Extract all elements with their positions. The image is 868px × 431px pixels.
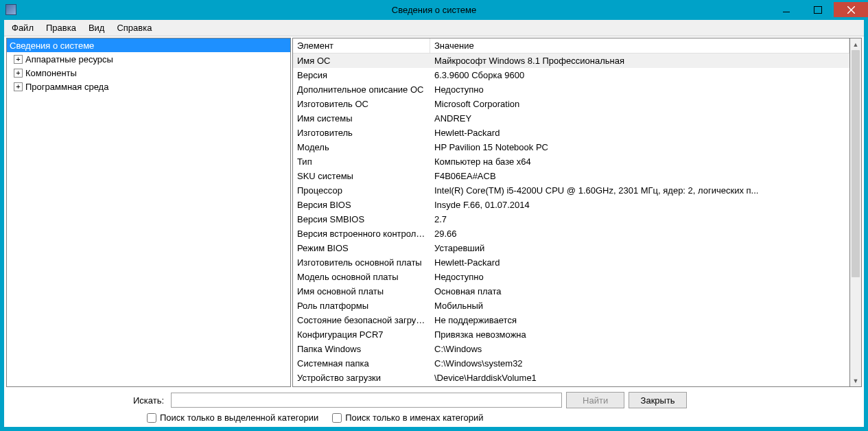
checkbox-input[interactable] bbox=[147, 413, 156, 423]
cell-value: Привязка невозможна bbox=[430, 329, 849, 340]
expand-icon[interactable]: + bbox=[14, 55, 23, 64]
cell-element: Версия встроенного контролл... bbox=[293, 229, 430, 239]
list-row[interactable]: Изготовитель ОСMicrosoft Corporation bbox=[293, 97, 849, 111]
list-row[interactable]: Имя ОСМайкрософт Windows 8.1 Профессиона… bbox=[293, 54, 849, 68]
scroll-down-icon[interactable]: ▼ bbox=[850, 375, 861, 386]
tree-item-hardware[interactable]: + Аппаратные ресурсы bbox=[7, 52, 290, 66]
cell-value: Не поддерживается bbox=[430, 315, 849, 325]
maximize-button[interactable] bbox=[802, 2, 834, 17]
list-row[interactable]: Папка WindowsC:\Windows bbox=[293, 342, 849, 356]
cell-element: Модель bbox=[293, 142, 430, 152]
list-row[interactable]: МодельHP Pavilion 15 Notebook PC bbox=[293, 140, 849, 154]
list-row[interactable]: ИзготовительHewlett-Packard bbox=[293, 126, 849, 140]
cell-element: Устройство загрузки bbox=[293, 373, 430, 383]
list-row[interactable]: Дополнительное описание ОСНедоступно bbox=[293, 82, 849, 97]
cell-value: ANDREY bbox=[430, 113, 849, 124]
list-row[interactable]: Устройство загрузки\Device\HarddiskVolum… bbox=[293, 371, 849, 385]
minimize-button[interactable] bbox=[771, 2, 802, 17]
search-bar: Искать: Найти Закрыть Поиск только в выд… bbox=[4, 388, 864, 427]
cell-value: 6.3.9600 Сборка 9600 bbox=[430, 70, 849, 80]
list-row[interactable]: Версия6.3.9600 Сборка 9600 bbox=[293, 68, 849, 82]
tree-item-label: Аппаратные ресурсы bbox=[25, 54, 113, 65]
vertical-scrollbar[interactable]: ▲ ▼ bbox=[850, 38, 862, 387]
cell-value: Microsoft Corporation bbox=[430, 99, 849, 109]
scroll-thumb[interactable] bbox=[852, 50, 860, 277]
list-row[interactable]: Версия SMBIOS2.7 bbox=[293, 212, 849, 226]
list-row[interactable]: SKU системыF4B06EA#ACB bbox=[293, 169, 849, 183]
menu-help[interactable]: Справка bbox=[110, 21, 158, 35]
list-row[interactable]: ПроцессорIntel(R) Core(TM) i5-4200U CPU … bbox=[293, 183, 849, 198]
cell-element: Имя ОС bbox=[293, 56, 430, 66]
cell-value: 29.66 bbox=[430, 229, 849, 239]
scroll-track[interactable] bbox=[850, 50, 861, 375]
expand-icon[interactable]: + bbox=[14, 69, 23, 78]
cell-element: Имя основной платы bbox=[293, 286, 430, 296]
checkbox-label: Поиск только в именах категорий bbox=[345, 412, 483, 423]
list-row[interactable]: Версия BIOSInsyde F.66, 01.07.2014 bbox=[293, 198, 849, 212]
checkbox-label: Поиск только в выделенной категории bbox=[160, 412, 318, 423]
details-list[interactable]: Элемент Значение Имя ОСМайкрософт Window… bbox=[292, 38, 850, 387]
expand-icon[interactable]: + bbox=[14, 82, 23, 91]
cell-element: SKU системы bbox=[293, 171, 430, 181]
cell-element: Изготовитель основной платы bbox=[293, 257, 430, 268]
menu-file[interactable]: Файл bbox=[5, 21, 40, 35]
find-button[interactable]: Найти bbox=[566, 392, 624, 408]
close-search-button[interactable]: Закрыть bbox=[629, 392, 687, 408]
menu-edit[interactable]: Правка bbox=[40, 21, 82, 35]
cell-element: Версия bbox=[293, 70, 430, 80]
cell-value: Insyde F.66, 01.07.2014 bbox=[430, 200, 849, 210]
cell-element: Тип bbox=[293, 156, 430, 167]
menu-view[interactable]: Вид bbox=[82, 21, 111, 35]
titlebar[interactable]: Сведения о системе bbox=[0, 0, 868, 19]
list-row[interactable]: Системная папкаC:\Windows\system32 bbox=[293, 356, 849, 371]
cell-element: Состояние безопасной загруз... bbox=[293, 315, 430, 325]
cell-element: Изготовитель bbox=[293, 128, 430, 138]
tree-item-label: Программная среда bbox=[25, 82, 108, 92]
list-row[interactable]: Роль платформыМобильный bbox=[293, 299, 849, 313]
cell-value: F4B06EA#ACB bbox=[430, 171, 849, 181]
cell-element: Модель основной платы bbox=[293, 272, 430, 282]
app-window: Сведения о системе Файл Правка Вид Справ… bbox=[0, 0, 868, 431]
header-value[interactable]: Значение bbox=[430, 38, 849, 53]
tree-item-components[interactable]: + Компоненты bbox=[7, 66, 290, 80]
list-row[interactable]: Имя основной платыОсновная плата bbox=[293, 284, 849, 299]
header-element[interactable]: Элемент bbox=[293, 38, 430, 53]
cell-value: \Device\HarddiskVolume1 bbox=[430, 373, 849, 383]
checkbox-selected-category[interactable]: Поиск только в выделенной категории bbox=[147, 412, 318, 423]
list-row[interactable]: Модель основной платыНедоступно bbox=[293, 270, 849, 284]
window-title: Сведения о системе bbox=[0, 5, 868, 15]
cell-value: Основная плата bbox=[430, 286, 849, 296]
details-pane-wrap: Элемент Значение Имя ОСМайкрософт Window… bbox=[292, 38, 862, 387]
cell-value: Hewlett-Packard bbox=[430, 257, 849, 268]
checkbox-category-names[interactable]: Поиск только в именах категорий bbox=[332, 412, 483, 423]
search-label: Искать: bbox=[133, 395, 164, 406]
category-tree[interactable]: Сведения о системе + Аппаратные ресурсы … bbox=[6, 38, 291, 387]
list-header[interactable]: Элемент Значение bbox=[293, 38, 849, 54]
tree-item-software[interactable]: + Программная среда bbox=[7, 80, 290, 93]
cell-value: C:\Windows bbox=[430, 344, 849, 354]
list-row[interactable]: Версия встроенного контролл...29.66 bbox=[293, 226, 849, 241]
list-row[interactable]: ТипКомпьютер на базе x64 bbox=[293, 154, 849, 169]
list-row[interactable]: Имя системыANDREY bbox=[293, 111, 849, 126]
cell-element: Версия BIOS bbox=[293, 200, 430, 210]
cell-element: Папка Windows bbox=[293, 344, 430, 354]
list-row[interactable]: Конфигурация PCR7Привязка невозможна bbox=[293, 327, 849, 342]
list-row[interactable]: Изготовитель основной платыHewlett-Packa… bbox=[293, 255, 849, 270]
cell-value: Недоступно bbox=[430, 272, 849, 282]
cell-element: Имя системы bbox=[293, 113, 430, 124]
cell-value: Устаревший bbox=[430, 243, 849, 253]
menu-bar: Файл Правка Вид Справка bbox=[4, 20, 864, 36]
cell-value: Майкрософт Windows 8.1 Профессиональная bbox=[430, 56, 849, 66]
cell-value: 2.7 bbox=[430, 214, 849, 224]
cell-element: Версия SMBIOS bbox=[293, 214, 430, 224]
tree-root[interactable]: Сведения о системе bbox=[7, 38, 290, 52]
list-row[interactable]: Режим BIOSУстаревший bbox=[293, 241, 849, 255]
cell-value: C:\Windows\system32 bbox=[430, 358, 849, 369]
cell-value: Hewlett-Packard bbox=[430, 128, 849, 138]
checkbox-input[interactable] bbox=[332, 413, 342, 423]
cell-element: Изготовитель ОС bbox=[293, 99, 430, 109]
scroll-up-icon[interactable]: ▲ bbox=[850, 38, 861, 50]
close-button[interactable] bbox=[834, 2, 868, 17]
list-row[interactable]: Состояние безопасной загруз...Не поддерж… bbox=[293, 313, 849, 327]
search-input[interactable] bbox=[171, 393, 562, 408]
